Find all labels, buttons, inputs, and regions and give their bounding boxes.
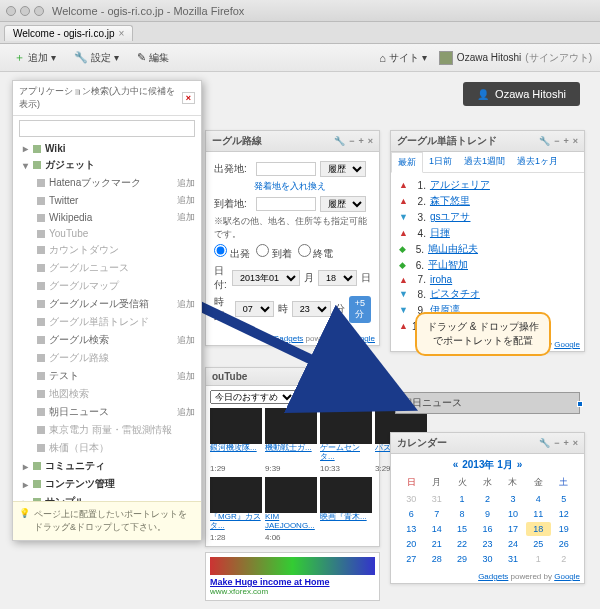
video-thumb[interactable]: 機動戦士ガ...9:39 — [265, 408, 317, 473]
edit-button[interactable]: ✎編集 — [131, 49, 175, 67]
cal-day[interactable]: 30 — [399, 492, 423, 506]
cal-day[interactable]: 1 — [526, 552, 550, 566]
window-close-icon[interactable] — [6, 6, 16, 16]
tree-item[interactable]: YouTube — [13, 226, 201, 241]
cal-day[interactable]: 29 — [450, 552, 474, 566]
tree-item[interactable]: カウントダウン — [13, 241, 201, 259]
tree-item[interactable]: グーグルマップ — [13, 277, 201, 295]
tree-item[interactable]: Hatenaブックマーク追加 — [13, 174, 201, 192]
page-link[interactable]: 3 — [350, 392, 355, 402]
yt-category-select[interactable]: 今日のおすすめ — [210, 390, 296, 404]
video-thumb[interactable]: KIM JAEJOONG...4:06 — [265, 477, 317, 542]
plus-icon[interactable]: + — [563, 136, 568, 146]
minus-icon[interactable]: − — [349, 372, 354, 382]
cal-day[interactable]: 15 — [450, 522, 474, 536]
tree-item[interactable]: 東京電力 雨量・雷観測情報 — [13, 421, 201, 439]
trend-tab[interactable]: 過去1ヶ月 — [511, 152, 564, 172]
trend-item[interactable]: ◆5.鳩山由紀夫 — [399, 241, 576, 257]
trend-tab[interactable]: 過去1週間 — [458, 152, 511, 172]
video-thumb[interactable]: 銀河機攻隊...1:29 — [210, 408, 262, 473]
close-icon[interactable]: × — [368, 136, 373, 146]
cal-day[interactable]: 19 — [552, 522, 576, 536]
from-input[interactable] — [256, 162, 316, 176]
trend-item[interactable]: ◆6.平山智加 — [399, 257, 576, 273]
close-icon[interactable]: × — [368, 372, 373, 382]
plus-icon[interactable]: + — [358, 372, 363, 382]
cal-day[interactable]: 4 — [526, 492, 550, 506]
tree-category[interactable]: ▸コンテンツ管理 — [13, 475, 201, 493]
video-thumb[interactable]: 映画『青木... — [320, 477, 372, 542]
tree-category[interactable]: ▸Wiki — [13, 141, 201, 156]
plus5-button[interactable]: +5分 — [349, 296, 371, 323]
year-select[interactable]: 2013年01 — [232, 270, 300, 286]
cal-day[interactable]: 13 — [399, 522, 423, 536]
plus-icon[interactable]: + — [563, 438, 568, 448]
signout-link[interactable]: (サインアウト) — [525, 51, 592, 65]
swap-link[interactable]: 発着地を入れ換え — [254, 180, 326, 193]
cal-day[interactable]: 26 — [552, 537, 576, 551]
cal-day[interactable]: 25 — [526, 537, 550, 551]
tree-item[interactable]: グーグルニュース — [13, 259, 201, 277]
tree-item[interactable]: Twitter追加 — [13, 192, 201, 209]
cal-day[interactable]: 23 — [475, 537, 499, 551]
ad-title[interactable]: Make Huge income at Home — [210, 577, 330, 587]
to-input[interactable] — [256, 197, 316, 211]
minus-icon[interactable]: − — [349, 136, 354, 146]
tree-item[interactable]: 地図検索 — [13, 385, 201, 403]
tree-item[interactable]: 株価（日本） — [13, 439, 201, 457]
trend-item[interactable]: ▲2.森下悠里 — [399, 193, 576, 209]
trend-item[interactable]: ▲1.アルジェリア — [399, 177, 576, 193]
cal-day[interactable]: 21 — [424, 537, 448, 551]
video-thumb[interactable]: ゲームセンタ...10:33 — [320, 408, 372, 473]
cal-day[interactable]: 17 — [501, 522, 525, 536]
tree-item[interactable]: Wikipedia追加 — [13, 209, 201, 226]
page-link[interactable]: 2 — [340, 392, 345, 402]
close-icon[interactable]: × — [119, 28, 125, 39]
tree-item[interactable]: 朝日ニュース追加 — [13, 403, 201, 421]
cal-day[interactable]: 11 — [526, 507, 550, 521]
cal-day[interactable]: 20 — [399, 537, 423, 551]
ad-panel[interactable]: Make Huge income at Home www.xforex.com — [205, 552, 380, 601]
drop-target-ghost[interactable]: 朝日ニュース — [395, 392, 580, 414]
cal-day[interactable]: 12 — [552, 507, 576, 521]
from-history-select[interactable]: 履歴 — [320, 161, 366, 177]
cal-day[interactable]: 31 — [501, 552, 525, 566]
cal-day[interactable]: 31 — [424, 492, 448, 506]
video-thumb[interactable]: 『MGR』カスタ...1:28 — [210, 477, 262, 542]
tree-item[interactable]: グーグル単語トレンド — [13, 313, 201, 331]
cal-day[interactable]: 7 — [424, 507, 448, 521]
tree-item[interactable]: グーグル路線 — [13, 349, 201, 367]
cal-day[interactable]: 8 — [450, 507, 474, 521]
window-min-icon[interactable] — [20, 6, 30, 16]
radio-depart[interactable]: 出発 — [214, 244, 250, 261]
trend-item[interactable]: ▲4.日揮 — [399, 225, 576, 241]
cal-day[interactable]: 9 — [475, 507, 499, 521]
min-select[interactable]: 23 — [292, 301, 331, 317]
user-badge[interactable]: Ozawa Hitoshi — [463, 82, 580, 106]
plus-icon[interactable]: + — [358, 136, 363, 146]
trend-item[interactable]: ▲7.iroha — [399, 273, 576, 286]
wrench-icon[interactable]: 🔧 — [539, 136, 550, 146]
minus-icon[interactable]: − — [554, 136, 559, 146]
wrench-icon[interactable]: 🔧 — [334, 136, 345, 146]
cal-day[interactable]: 3 — [501, 492, 525, 506]
window-max-icon[interactable] — [34, 6, 44, 16]
tree-item[interactable]: グーグル検索追加 — [13, 331, 201, 349]
wrench-icon[interactable]: 🔧 — [539, 438, 550, 448]
page-link[interactable]: 1 — [331, 392, 336, 402]
search-input[interactable] — [19, 120, 195, 137]
tree-item[interactable]: グーグルメール受信箱追加 — [13, 295, 201, 313]
close-icon[interactable]: × — [573, 136, 578, 146]
user-chip[interactable]: Ozawa Hitoshi (サインアウト) — [439, 51, 592, 65]
day-select[interactable]: 18 — [318, 270, 357, 286]
settings-button[interactable]: 🔧設定 ▾ — [68, 49, 125, 67]
trend-tab[interactable]: 最新 — [391, 152, 423, 173]
close-icon[interactable]: × — [573, 438, 578, 448]
trend-tab[interactable]: 1日前 — [423, 152, 458, 172]
cal-day[interactable]: 1 — [450, 492, 474, 506]
to-history-select[interactable]: 履歴 — [320, 196, 366, 212]
minus-icon[interactable]: − — [554, 438, 559, 448]
cal-day[interactable]: 14 — [424, 522, 448, 536]
wrench-icon[interactable]: 🔧 — [334, 372, 345, 382]
tree-category[interactable]: ▸コミュニティ — [13, 457, 201, 475]
